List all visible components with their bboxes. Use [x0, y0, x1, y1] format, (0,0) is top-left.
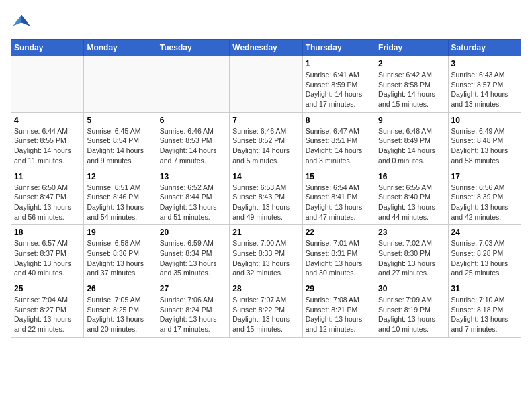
day-number: 28 — [232, 284, 299, 293]
weekday-header-row: SundayMondayTuesdayWednesdayThursdayFrid… — [11, 40, 521, 56]
calendar-cell: 17Sunrise: 6:56 AM Sunset: 8:39 PM Dayli… — [448, 169, 521, 225]
day-info: Sunrise: 6:59 AM Sunset: 8:34 PM Dayligh… — [160, 238, 226, 278]
week-row-5: 25Sunrise: 7:04 AM Sunset: 8:27 PM Dayli… — [11, 281, 521, 338]
calendar-cell: 24Sunrise: 7:03 AM Sunset: 8:28 PM Dayli… — [448, 225, 521, 281]
weekday-header-sunday: Sunday — [11, 40, 84, 56]
calendar-cell: 8Sunrise: 6:47 AM Sunset: 8:51 PM Daylig… — [302, 112, 375, 169]
calendar-cell: 6Sunrise: 6:46 AM Sunset: 8:53 PM Daylig… — [157, 112, 229, 169]
day-info: Sunrise: 7:05 AM Sunset: 8:25 PM Dayligh… — [87, 295, 153, 334]
calendar-table: SundayMondayTuesdayWednesdayThursdayFrid… — [11, 39, 521, 338]
calendar-cell: 23Sunrise: 7:02 AM Sunset: 8:30 PM Dayli… — [375, 225, 448, 281]
calendar-cell: 12Sunrise: 6:51 AM Sunset: 8:46 PM Dayli… — [84, 169, 157, 225]
day-number: 29 — [306, 284, 372, 293]
calendar-cell: 14Sunrise: 6:53 AM Sunset: 8:43 PM Dayli… — [230, 169, 302, 225]
calendar-cell: 1Sunrise: 6:41 AM Sunset: 8:59 PM Daylig… — [302, 56, 375, 113]
calendar-cell: 18Sunrise: 6:57 AM Sunset: 8:37 PM Dayli… — [11, 225, 84, 281]
day-info: Sunrise: 7:06 AM Sunset: 8:24 PM Dayligh… — [160, 295, 226, 334]
day-number: 5 — [87, 116, 153, 125]
calendar-cell — [84, 56, 157, 113]
day-info: Sunrise: 6:46 AM Sunset: 8:52 PM Dayligh… — [232, 126, 299, 166]
day-info: Sunrise: 7:07 AM Sunset: 8:22 PM Dayligh… — [232, 295, 299, 334]
weekday-header-friday: Friday — [375, 40, 448, 56]
day-info: Sunrise: 6:54 AM Sunset: 8:41 PM Dayligh… — [306, 183, 372, 222]
weekday-header-wednesday: Wednesday — [230, 40, 302, 56]
day-number: 31 — [451, 284, 518, 293]
calendar-cell — [157, 56, 229, 113]
calendar-cell: 22Sunrise: 7:01 AM Sunset: 8:31 PM Dayli… — [302, 225, 375, 281]
calendar-cell: 10Sunrise: 6:49 AM Sunset: 8:48 PM Dayli… — [448, 112, 521, 169]
day-number: 12 — [87, 172, 153, 181]
calendar-cell: 11Sunrise: 6:50 AM Sunset: 8:47 PM Dayli… — [11, 169, 84, 225]
calendar-cell — [11, 56, 84, 113]
day-info: Sunrise: 6:48 AM Sunset: 8:49 PM Dayligh… — [378, 126, 445, 166]
day-number: 14 — [232, 172, 299, 181]
day-info: Sunrise: 6:46 AM Sunset: 8:53 PM Dayligh… — [160, 126, 226, 166]
page-header — [11, 11, 521, 32]
weekday-header-thursday: Thursday — [302, 40, 375, 56]
calendar-cell: 2Sunrise: 6:42 AM Sunset: 8:58 PM Daylig… — [375, 56, 448, 113]
calendar-cell: 30Sunrise: 7:09 AM Sunset: 8:19 PM Dayli… — [375, 281, 448, 338]
day-info: Sunrise: 6:47 AM Sunset: 8:51 PM Dayligh… — [306, 126, 372, 166]
calendar-cell: 16Sunrise: 6:55 AM Sunset: 8:40 PM Dayli… — [375, 169, 448, 225]
day-info: Sunrise: 6:42 AM Sunset: 8:58 PM Dayligh… — [378, 70, 445, 109]
day-number: 21 — [232, 228, 299, 237]
day-number: 23 — [378, 228, 445, 237]
day-number: 2 — [378, 59, 445, 68]
calendar-cell: 29Sunrise: 7:08 AM Sunset: 8:21 PM Dayli… — [302, 281, 375, 338]
day-number: 7 — [232, 116, 299, 125]
logo-icon — [11, 11, 32, 32]
day-number: 26 — [87, 284, 153, 293]
day-info: Sunrise: 7:10 AM Sunset: 8:18 PM Dayligh… — [451, 295, 518, 334]
calendar-cell: 26Sunrise: 7:05 AM Sunset: 8:25 PM Dayli… — [84, 281, 157, 338]
day-number: 3 — [451, 59, 518, 68]
calendar-cell: 28Sunrise: 7:07 AM Sunset: 8:22 PM Dayli… — [230, 281, 302, 338]
calendar-cell: 4Sunrise: 6:44 AM Sunset: 8:55 PM Daylig… — [11, 112, 84, 169]
day-info: Sunrise: 7:04 AM Sunset: 8:27 PM Dayligh… — [14, 295, 81, 334]
day-info: Sunrise: 7:08 AM Sunset: 8:21 PM Dayligh… — [306, 295, 372, 334]
day-info: Sunrise: 6:58 AM Sunset: 8:36 PM Dayligh… — [87, 238, 153, 278]
calendar-cell: 21Sunrise: 7:00 AM Sunset: 8:33 PM Dayli… — [230, 225, 302, 281]
day-number: 30 — [378, 284, 445, 293]
day-info: Sunrise: 6:51 AM Sunset: 8:46 PM Dayligh… — [87, 183, 153, 222]
calendar-cell — [230, 56, 302, 113]
day-info: Sunrise: 6:50 AM Sunset: 8:47 PM Dayligh… — [14, 183, 81, 222]
day-number: 16 — [378, 172, 445, 181]
week-row-4: 18Sunrise: 6:57 AM Sunset: 8:37 PM Dayli… — [11, 225, 521, 281]
logo — [11, 11, 35, 32]
day-number: 17 — [451, 172, 518, 181]
day-info: Sunrise: 6:57 AM Sunset: 8:37 PM Dayligh… — [14, 238, 81, 278]
day-info: Sunrise: 7:00 AM Sunset: 8:33 PM Dayligh… — [232, 238, 299, 278]
day-number: 4 — [14, 116, 81, 125]
day-info: Sunrise: 7:09 AM Sunset: 8:19 PM Dayligh… — [378, 295, 445, 334]
day-number: 15 — [306, 172, 372, 181]
day-number: 25 — [14, 284, 81, 293]
day-info: Sunrise: 6:43 AM Sunset: 8:57 PM Dayligh… — [451, 70, 518, 109]
day-info: Sunrise: 6:52 AM Sunset: 8:44 PM Dayligh… — [160, 183, 226, 222]
day-info: Sunrise: 7:01 AM Sunset: 8:31 PM Dayligh… — [306, 238, 372, 278]
day-number: 18 — [14, 228, 81, 237]
calendar-cell: 31Sunrise: 7:10 AM Sunset: 8:18 PM Dayli… — [448, 281, 521, 338]
calendar-cell: 5Sunrise: 6:45 AM Sunset: 8:54 PM Daylig… — [84, 112, 157, 169]
weekday-header-tuesday: Tuesday — [157, 40, 229, 56]
day-number: 13 — [160, 172, 226, 181]
day-info: Sunrise: 7:02 AM Sunset: 8:30 PM Dayligh… — [378, 238, 445, 278]
day-number: 27 — [160, 284, 226, 293]
day-number: 22 — [306, 228, 372, 237]
day-number: 20 — [160, 228, 226, 237]
day-number: 1 — [306, 59, 372, 68]
calendar-cell: 3Sunrise: 6:43 AM Sunset: 8:57 PM Daylig… — [448, 56, 521, 113]
weekday-header-monday: Monday — [84, 40, 157, 56]
day-number: 11 — [14, 172, 81, 181]
week-row-1: 1Sunrise: 6:41 AM Sunset: 8:59 PM Daylig… — [11, 56, 521, 113]
calendar-cell: 27Sunrise: 7:06 AM Sunset: 8:24 PM Dayli… — [157, 281, 229, 338]
day-number: 8 — [306, 116, 372, 125]
week-row-3: 11Sunrise: 6:50 AM Sunset: 8:47 PM Dayli… — [11, 169, 521, 225]
day-number: 24 — [451, 228, 518, 237]
day-info: Sunrise: 6:44 AM Sunset: 8:55 PM Dayligh… — [14, 126, 81, 166]
day-info: Sunrise: 7:03 AM Sunset: 8:28 PM Dayligh… — [451, 238, 518, 278]
calendar-cell: 9Sunrise: 6:48 AM Sunset: 8:49 PM Daylig… — [375, 112, 448, 169]
calendar-cell: 19Sunrise: 6:58 AM Sunset: 8:36 PM Dayli… — [84, 225, 157, 281]
day-number: 9 — [378, 116, 445, 125]
weekday-header-saturday: Saturday — [448, 40, 521, 56]
day-info: Sunrise: 6:49 AM Sunset: 8:48 PM Dayligh… — [451, 126, 518, 166]
